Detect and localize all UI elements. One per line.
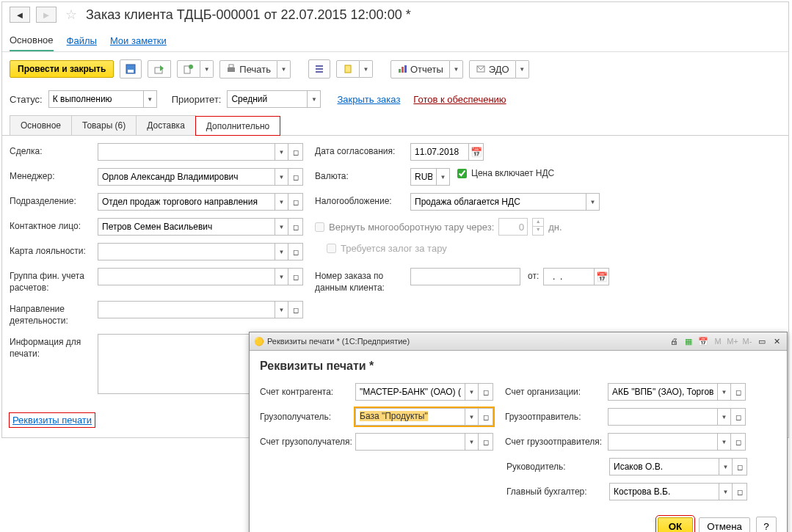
nav-tab-files[interactable]: Файлы	[67, 31, 97, 51]
based-on-button[interactable]: ▼	[177, 60, 214, 78]
deposit-label: Требуется залог за тару	[341, 243, 447, 254]
dept-input[interactable]: ▼◻	[98, 193, 303, 211]
back-button[interactable]: ◄	[10, 7, 30, 23]
dialog-heading: Реквизиты печати *	[260, 360, 777, 373]
favorite-star-icon[interactable]: ☆	[65, 7, 77, 23]
status-row: Статус: ▼ Приоритет: ▼ Закрыть заказ Гот…	[2, 86, 788, 112]
manager-label: Менеджер:	[10, 168, 98, 181]
contact-input[interactable]: ▼◻	[98, 218, 303, 236]
close-order-link[interactable]: Закрыть заказ	[337, 94, 400, 105]
sub-tabs: Основное Товары (6) Доставка Дополнитель…	[2, 115, 788, 136]
dialog-footer: ОК Отмена ?	[250, 517, 787, 532]
client-num-label: Номер заказа по данным клиента:	[315, 268, 410, 294]
close-icon[interactable]: ✕	[771, 335, 782, 347]
shipper-acc-label: Счет грузоотправителя:	[505, 437, 608, 447]
svg-rect-10	[345, 65, 351, 73]
list-button[interactable]	[308, 59, 330, 79]
counteragent-acc-label: Счет контрагента:	[260, 387, 355, 397]
client-date-input[interactable]: 📅	[543, 268, 609, 285]
svg-rect-1	[128, 70, 134, 73]
mplus-icon[interactable]: M+	[727, 335, 738, 347]
print-info-label: Информация для печати:	[10, 334, 98, 360]
calc-icon[interactable]: ▦	[683, 335, 694, 347]
print-requisites-link[interactable]: Реквизиты печати	[10, 413, 95, 427]
reports-button[interactable]: Отчеты▼	[390, 60, 463, 79]
edo-button[interactable]: ЭДО▼	[469, 60, 529, 79]
tab-goods[interactable]: Товары (6)	[71, 115, 137, 135]
taxation-input[interactable]: ▼	[410, 193, 600, 211]
tara-days-input	[498, 218, 528, 236]
agree-date-label: Дата согласования:	[315, 143, 410, 156]
svg-rect-5	[228, 68, 235, 72]
nav-tabs: Основное Файлы Мои заметки	[2, 27, 788, 52]
consignee-label: Грузополучатель:	[260, 412, 355, 422]
days-unit: дн.	[548, 222, 562, 233]
svg-point-4	[189, 65, 193, 69]
ready-supply-link[interactable]: Готов к обеспечению	[413, 94, 506, 105]
print-icon[interactable]: 🖨	[668, 335, 680, 347]
agree-date-input[interactable]: 📅	[410, 143, 484, 161]
consignee-input[interactable]: База "Продукты" ▼◻	[355, 408, 493, 426]
mminus-icon[interactable]: M-	[741, 335, 753, 347]
nav-tab-notes[interactable]: Мои заметки	[110, 31, 167, 51]
accountant-input[interactable]: ▼◻	[609, 483, 747, 500]
shipper-label: Грузоотправитель:	[505, 412, 608, 422]
svg-rect-11	[399, 69, 401, 73]
svg-rect-13	[404, 65, 407, 73]
manager-input[interactable]: ▼◻	[98, 168, 303, 186]
calendar-icon: 📅	[595, 268, 609, 285]
fin-group-label: Группа фин. учета расчетов:	[10, 268, 98, 294]
app-icon: 🟡	[254, 337, 264, 346]
ot-label: от:	[528, 271, 539, 281]
forward-button[interactable]: ►	[36, 7, 57, 23]
calendar-icon[interactable]: 📅	[697, 335, 709, 347]
loyalty-input[interactable]: ▼◻	[98, 243, 303, 260]
save-button[interactable]	[120, 59, 142, 79]
activity-input[interactable]: ▼◻	[98, 301, 303, 318]
vat-included-checkbox[interactable]	[457, 169, 467, 178]
org-acc-input[interactable]: ▼◻	[608, 383, 746, 401]
print-button[interactable]: Печать▼	[219, 60, 291, 79]
head-input[interactable]: ▼◻	[609, 458, 747, 475]
deal-label: Сделка:	[10, 143, 98, 156]
dialog-body: Реквизиты печати * Счет контрагента: ▼◻ …	[250, 351, 787, 517]
status-select[interactable]: ▼	[48, 90, 157, 108]
minimize-icon[interactable]: ▭	[756, 335, 768, 347]
client-num-input[interactable]	[410, 268, 520, 285]
ok-button[interactable]: ОК	[658, 517, 694, 533]
svg-rect-8	[316, 68, 323, 70]
shipper-input[interactable]: ▼◻	[608, 408, 746, 426]
return-tara-checkbox	[315, 222, 324, 232]
org-acc-label: Счет организации:	[505, 387, 608, 397]
tab-delivery[interactable]: Доставка	[136, 115, 196, 135]
taxation-label: Налогообложение:	[315, 193, 410, 206]
shipper-acc-input[interactable]: ▼◻	[608, 433, 746, 451]
nav-tab-main[interactable]: Основное	[10, 30, 54, 51]
deal-input[interactable]: ▼◻	[98, 143, 303, 161]
tab-main[interactable]: Основное	[10, 115, 72, 135]
post-and-close-button[interactable]: Провести и закрыть	[10, 60, 114, 78]
loyalty-label: Карта лояльности:	[10, 243, 98, 256]
consignee-acc-label: Счет грузополучателя:	[260, 437, 355, 447]
priority-select[interactable]: ▼	[227, 90, 321, 108]
attach-button[interactable]: ▼	[336, 60, 373, 78]
vat-included-label: Цена включает НДС	[471, 168, 554, 178]
header: ◄ ► ☆ Заказ клиента ТДЦБ-000001 от 22.07…	[2, 2, 788, 27]
calendar-icon: 📅	[469, 143, 484, 161]
accountant-label: Главный бухгалтер:	[506, 487, 609, 497]
deposit-checkbox	[327, 244, 336, 253]
m-icon[interactable]: M	[712, 335, 724, 347]
currency-input[interactable]: ▼	[410, 168, 450, 186]
cancel-button[interactable]: Отмена	[699, 517, 750, 533]
dialog-titlebar: 🟡 Реквизиты печати * (1С:Предприятие) 🖨 …	[250, 332, 787, 351]
tab-additional[interactable]: Дополнительно	[195, 116, 280, 136]
counteragent-acc-input[interactable]: ▼◻	[355, 383, 493, 401]
dialog-window-title: Реквизиты печати * (1С:Предприятие)	[267, 337, 410, 346]
post-button[interactable]	[148, 60, 171, 78]
currency-label: Валюта:	[315, 168, 410, 181]
svg-rect-12	[402, 67, 404, 73]
help-button[interactable]: ?	[756, 517, 777, 532]
contact-label: Контактное лицо:	[10, 218, 98, 231]
consignee-acc-input[interactable]: ▼◻	[355, 433, 493, 451]
fin-group-input[interactable]: ▼◻	[98, 268, 303, 285]
